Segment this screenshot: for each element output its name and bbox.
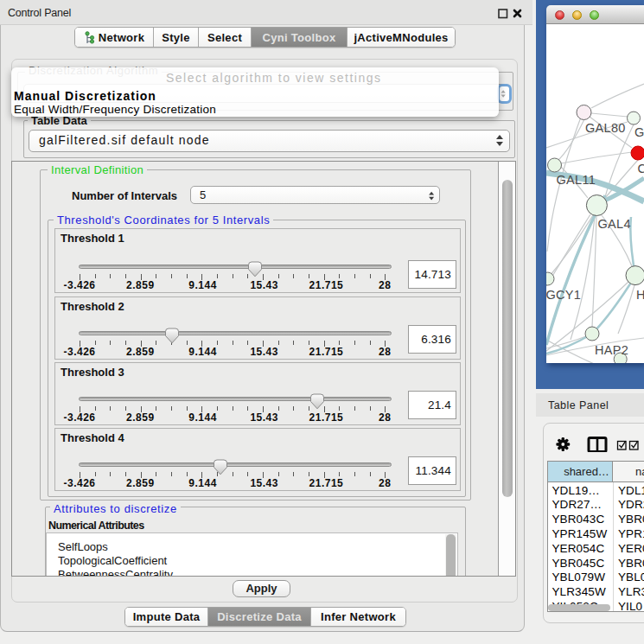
svg-text:GAL80: GAL80	[585, 121, 626, 135]
svg-text:GAL11: GAL11	[557, 173, 596, 187]
svg-text:GCY1: GCY1	[546, 288, 581, 302]
svg-text:GAL4: GAL4	[598, 217, 631, 231]
svg-text:HAP2: HAP2	[595, 343, 628, 357]
svg-text:C: C	[638, 162, 644, 175]
svg-text:H: H	[636, 288, 644, 302]
svg-text:GA: GA	[634, 125, 644, 139]
